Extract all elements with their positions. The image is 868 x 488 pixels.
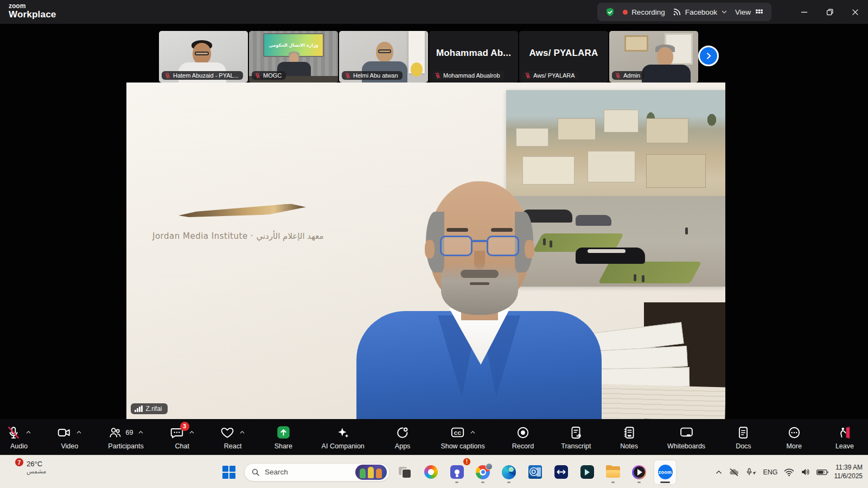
filmora-button[interactable]	[576, 460, 598, 484]
clock-date: 11/6/2025	[834, 472, 863, 481]
participant-filmstrip: Hatem Abuzaid - PYAL... وزارة الاتصال ال…	[159, 31, 698, 83]
view-menu-button[interactable]: View	[735, 8, 764, 17]
audio-level-icon	[135, 405, 143, 412]
apps-icon	[395, 426, 410, 440]
more-button[interactable]: More	[782, 424, 807, 450]
edge-button[interactable]	[498, 460, 520, 484]
weather-widget[interactable]: 7 26°C مشمس	[5, 459, 46, 476]
zoom-app-button[interactable]: zoom	[654, 460, 676, 484]
zoom-meeting-window: zoom Workplace Recording Facebook View	[0, 0, 868, 488]
participant-name-pill: Aws/ PYALARA	[522, 71, 579, 80]
more-ellipsis-icon	[787, 426, 801, 440]
task-view-icon	[399, 467, 411, 478]
jordan-media-institute-logo: Jordan Media Institute · معهد الإعلام ال…	[152, 206, 359, 241]
captions-options-chevron-icon[interactable]	[470, 429, 476, 435]
participants-options-chevron-icon[interactable]	[138, 429, 144, 435]
live-stream-menu[interactable]: Facebook	[673, 8, 727, 16]
participant-name: Admin	[623, 72, 640, 79]
participant-name: MOGC	[263, 72, 282, 79]
active-speaker-video[interactable]: Jordan Media Institute · معهد الإعلام ال…	[126, 83, 725, 419]
video-camera-icon	[57, 426, 71, 440]
security-shield-icon[interactable]	[605, 7, 615, 17]
video-button[interactable]: Video	[57, 424, 82, 450]
speaker-name-tag: Z.rifai	[131, 403, 168, 414]
taskbar-center: Search !	[218, 455, 676, 488]
file-explorer-icon	[606, 466, 620, 478]
onedrive-paused-icon[interactable]	[729, 467, 739, 478]
leave-button[interactable]: Leave	[832, 424, 857, 450]
start-button[interactable]	[218, 460, 240, 484]
jmi-logo-caption: Jordan Media Institute · معهد الإعلام ال…	[152, 231, 359, 241]
transcript-button[interactable]: Transcript	[561, 424, 591, 450]
docs-button[interactable]: Docs	[731, 424, 756, 450]
teams-button[interactable]: !	[446, 460, 468, 484]
wifi-icon[interactable]	[784, 468, 794, 477]
close-button[interactable]	[843, 0, 868, 24]
ai-sparkle-icon	[336, 426, 350, 440]
broadcast-icon	[673, 8, 681, 16]
hidden-icons-chevron-icon[interactable]	[715, 468, 723, 476]
notes-icon	[622, 426, 636, 440]
react-options-chevron-icon[interactable]	[239, 429, 245, 435]
record-button[interactable]: Record	[510, 424, 535, 450]
window-controls	[792, 0, 868, 24]
media-player-button[interactable]	[628, 460, 650, 484]
participant-tile-helmi[interactable]: Helmi Abu atwan	[339, 31, 428, 83]
windows-logo-icon	[222, 466, 235, 479]
share-screen-button[interactable]: Share	[271, 424, 296, 450]
search-highlight-image[interactable]	[355, 465, 387, 480]
window-titlebar: zoom Workplace Recording Facebook View	[0, 0, 868, 24]
language-indicator[interactable]: ENG	[763, 468, 777, 476]
minimize-button[interactable]	[792, 0, 817, 24]
react-button[interactable]: React	[220, 424, 245, 450]
show-captions-button[interactable]: CC Show captions	[441, 424, 484, 450]
recording-indicator[interactable]: Recording	[623, 8, 665, 16]
audio-options-chevron-icon[interactable]	[25, 429, 31, 435]
teamviewer-button[interactable]	[550, 460, 572, 484]
participant-name: Hatem Abuzaid - PYAL...	[173, 72, 239, 79]
participant-name-pill: Hatem Abuzaid - PYAL...	[162, 71, 243, 80]
participant-tile-admin[interactable]: Admin	[609, 31, 698, 83]
chrome-button[interactable]	[472, 460, 494, 484]
battery-charging-icon[interactable]	[816, 468, 828, 476]
heart-icon	[220, 426, 234, 440]
participant-tile-hatem[interactable]: Hatem Abuzaid - PYAL...	[159, 31, 248, 83]
notes-button[interactable]: Notes	[617, 424, 642, 450]
participant-tile-mogc[interactable]: وزارة الاتصال الحكومي MOGC	[249, 31, 338, 83]
participant-name-pill: Admin	[612, 71, 644, 80]
ai-companion-button[interactable]: AI Companion	[322, 424, 365, 450]
weather-temperature: 26°C	[27, 460, 46, 468]
audio-button[interactable]: Audio	[7, 424, 31, 450]
maximize-button[interactable]	[817, 0, 843, 24]
volume-icon[interactable]	[800, 467, 810, 477]
mic-in-use-icon[interactable]	[745, 467, 757, 477]
apps-button[interactable]: Apps	[390, 424, 415, 450]
file-explorer-button[interactable]	[602, 460, 624, 484]
search-icon	[251, 468, 260, 477]
taskbar-clock[interactable]: 11:39 AM 11/6/2025	[834, 464, 863, 480]
filmstrip-next-page-button[interactable]	[698, 46, 719, 66]
chat-button[interactable]: 3 Chat	[170, 424, 195, 450]
taskbar-search[interactable]: Search	[244, 463, 390, 481]
participant-tile-mohammad[interactable]: Mohammad Ab... Mohammad Abualrob	[429, 31, 518, 83]
share-screen-icon	[276, 425, 291, 440]
participants-button[interactable]: 69 Participants	[108, 424, 144, 450]
edge-icon	[502, 465, 516, 479]
outlook-icon	[528, 465, 542, 479]
copilot-button[interactable]	[420, 460, 442, 484]
zoom-app-icon: zoom	[658, 465, 673, 479]
speaker-name: Z.rifai	[146, 405, 162, 413]
outlook-button[interactable]	[524, 460, 546, 484]
participant-tile-aws[interactable]: Aws/ PYALARA Aws/ PYALARA	[519, 31, 608, 83]
clock-time: 11:39 AM	[834, 464, 863, 472]
chat-options-chevron-icon[interactable]	[189, 429, 195, 435]
participant-name-pill: Helmi Abu atwan	[342, 71, 403, 80]
mogc-screen-text: وزارة الاتصال الحكومي	[269, 43, 318, 48]
stream-platform-label: Facebook	[685, 8, 717, 16]
recording-label: Recording	[631, 8, 665, 16]
video-options-chevron-icon[interactable]	[76, 429, 82, 435]
record-icon	[516, 426, 530, 440]
mic-muted-icon	[254, 72, 261, 79]
task-view-button[interactable]	[394, 460, 416, 484]
whiteboards-button[interactable]: Whiteboards	[667, 424, 705, 450]
